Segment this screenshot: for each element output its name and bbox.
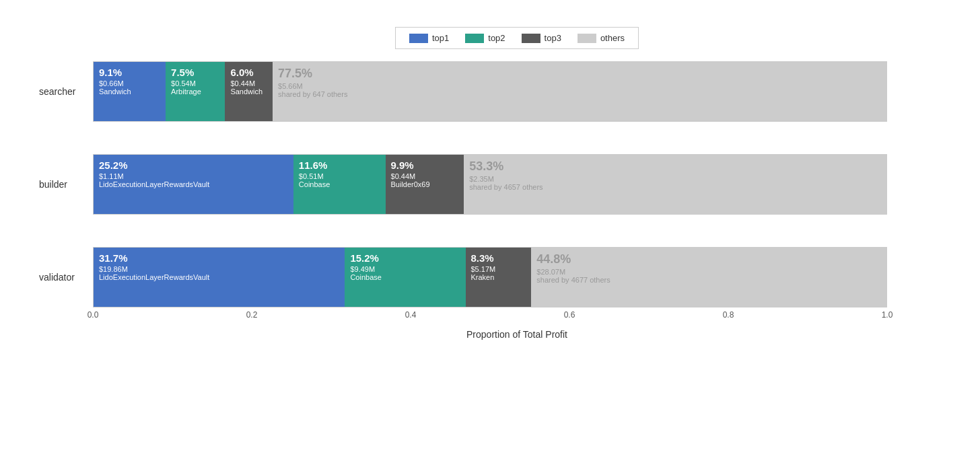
x-axis-label: Proportion of Total Profit (93, 329, 941, 340)
seg-pct: 9.9% (391, 159, 459, 171)
legend-label-top1: top1 (432, 33, 449, 43)
seg-name: LidoExecutionLayerRewardsVault (99, 273, 339, 281)
seg-name: Kraken (471, 273, 526, 281)
tick-0.8: 0.8 (723, 310, 734, 320)
seg-name: Builder0x69 (391, 180, 459, 188)
seg-name: shared by 4657 others (469, 183, 881, 191)
seg-pct: 44.8% (536, 252, 881, 266)
seg-name: shared by 647 others (278, 90, 881, 98)
legend-item-others: others (578, 33, 625, 43)
seg-val: $28.07M (536, 268, 881, 276)
bar-validator: 31.7% $19.86M LidoExecutionLayerRewardsV… (93, 247, 887, 307)
seg-pct: 53.3% (469, 159, 881, 174)
segment-validator-top3: 8.3% $5.17M Kraken (466, 248, 532, 307)
segment-builder-top1: 25.2% $1.11M LidoExecutionLayerRewardsVa… (94, 155, 293, 214)
seg-val: $0.66M (99, 79, 160, 87)
seg-val: $19.86M (99, 265, 339, 273)
seg-name: Sandwich (99, 87, 160, 96)
seg-val: $5.17M (471, 265, 526, 273)
segment-validator-others: 44.8% $28.07M shared by 4677 others (531, 248, 886, 307)
legend-label-others: others (600, 33, 625, 43)
seg-val: $5.66M (278, 82, 881, 90)
legend-item-top2: top2 (465, 33, 505, 43)
bar-builder: 25.2% $1.11M LidoExecutionLayerRewardsVa… (93, 154, 887, 215)
seg-pct: 11.6% (299, 159, 380, 171)
seg-pct: 6.0% (230, 67, 267, 78)
seg-name: Arbitrage (171, 87, 219, 96)
seg-name: Coinbase (299, 180, 380, 188)
seg-val: $9.49M (350, 265, 460, 273)
segment-searcher-others: 77.5% $5.66M shared by 647 others (273, 62, 886, 121)
tick-0.2: 0.2 (246, 310, 258, 320)
legend-item-top1: top1 (409, 33, 449, 43)
x-axis-area: 0.00.20.40.60.81.0 Proportion of Total P… (93, 310, 941, 340)
row-searcher: searcher 9.1% $0.66M Sandwich 7.5% $0.54… (93, 61, 941, 122)
segment-builder-top2: 11.6% $0.51M Coinbase (293, 155, 386, 214)
seg-name: shared by 4677 others (536, 276, 881, 284)
row-builder: builder 25.2% $1.11M LidoExecutionLayerR… (93, 154, 941, 215)
segment-validator-top1: 31.7% $19.86M LidoExecutionLayerRewardsV… (94, 248, 345, 307)
rows-container: searcher 9.1% $0.66M Sandwich 7.5% $0.54… (93, 61, 941, 307)
segment-builder-others: 53.3% $2.35M shared by 4657 others (464, 155, 886, 214)
seg-val: $0.44M (230, 79, 267, 87)
legend-swatch-top1 (409, 34, 428, 43)
seg-val: $0.54M (171, 79, 219, 87)
seg-name: Sandwich (230, 87, 267, 96)
bar-searcher: 9.1% $0.66M Sandwich 7.5% $0.54M Arbitra… (93, 61, 887, 122)
y-label-builder: builder (39, 179, 67, 190)
segment-searcher-top3: 6.0% $0.44M Sandwich (225, 62, 273, 121)
tick-0.0: 0.0 (88, 310, 99, 320)
segment-searcher-top2: 7.5% $0.54M Arbitrage (166, 62, 225, 121)
seg-pct: 77.5% (278, 67, 881, 81)
legend-swatch-others (578, 34, 596, 43)
seg-val: $0.51M (299, 172, 380, 180)
tick-1.0: 1.0 (882, 310, 893, 320)
segment-searcher-top1: 9.1% $0.66M Sandwich (94, 62, 166, 121)
seg-pct: 9.1% (99, 67, 160, 78)
legend-swatch-top3 (522, 34, 540, 43)
tick-0.4: 0.4 (405, 310, 417, 320)
y-label-validator: validator (39, 272, 75, 283)
legend: top1 top2 top3 others (395, 27, 639, 49)
tick-0.6: 0.6 (564, 310, 575, 320)
row-validator: validator 31.7% $19.86M LidoExecutionLay… (93, 247, 941, 307)
legend-label-top2: top2 (488, 33, 505, 43)
legend-item-top3: top3 (522, 33, 561, 43)
segment-builder-top3: 9.9% $0.44M Builder0x69 (386, 155, 464, 214)
legend-label-top3: top3 (545, 33, 561, 43)
seg-val: $0.44M (391, 172, 459, 180)
seg-val: $2.35M (469, 175, 881, 183)
seg-pct: 31.7% (99, 252, 339, 264)
chart-container: top1 top2 top3 others searcher 9.1% $0.6… (26, 13, 954, 458)
seg-pct: 25.2% (99, 159, 288, 171)
legend-swatch-top2 (465, 34, 484, 43)
segment-validator-top2: 15.2% $9.49M Coinbase (345, 248, 465, 307)
seg-name: LidoExecutionLayerRewardsVault (99, 180, 288, 188)
seg-name: Coinbase (350, 273, 460, 281)
seg-pct: 15.2% (350, 252, 460, 264)
seg-pct: 7.5% (171, 67, 219, 78)
seg-pct: 8.3% (471, 252, 526, 264)
y-label-searcher: searcher (39, 86, 75, 97)
seg-val: $1.11M (99, 172, 288, 180)
